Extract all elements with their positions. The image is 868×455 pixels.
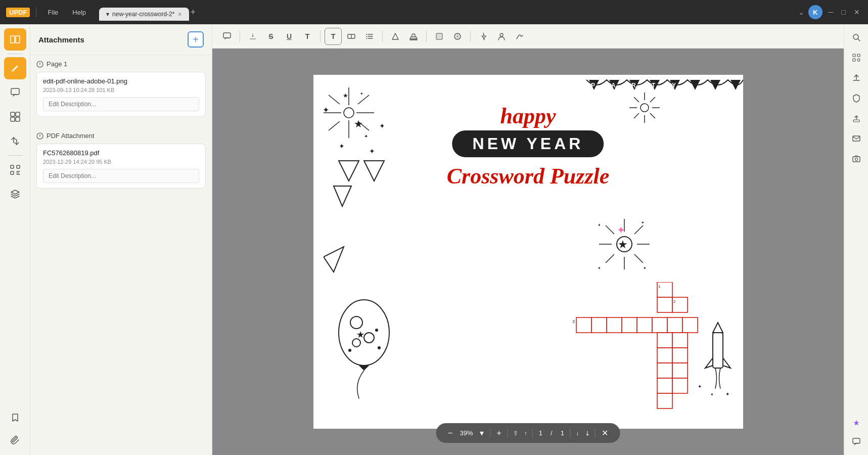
right-search-icon[interactable]	[847, 28, 865, 47]
svg-rect-118	[857, 54, 860, 57]
svg-text:✦: ✦	[598, 266, 601, 270]
shape-tool-btn[interactable]	[387, 28, 404, 45]
color-fill-btn[interactable]	[431, 28, 448, 45]
textbox-tool-btn[interactable]	[343, 28, 360, 45]
app-logo: UPDF	[6, 8, 30, 17]
balloon-decoration: ★	[329, 292, 399, 403]
right-snapshot-icon[interactable]	[847, 150, 865, 168]
list-tool-btn[interactable]	[361, 28, 378, 45]
stamp-tool-btn[interactable]	[405, 28, 422, 45]
svg-rect-93	[713, 333, 723, 368]
right-protect-icon[interactable]	[847, 89, 865, 107]
svg-rect-84	[657, 333, 672, 348]
active-tab[interactable]: ▾ new-year-crossword-2* ✕	[99, 8, 189, 21]
nav-bottom-btn[interactable]: ⤓	[582, 428, 593, 439]
zoom-close-btn[interactable]: ✕	[598, 426, 612, 440]
user-tool-btn[interactable]	[493, 28, 510, 45]
attachment-card-1: FC5762680819.pdf 2023-12-29 14:24:20 95 …	[36, 144, 206, 189]
zoom-sep-4	[570, 429, 571, 438]
svg-point-21	[500, 33, 503, 36]
menu-file[interactable]: File	[42, 7, 63, 18]
right-export-icon[interactable]	[847, 69, 865, 87]
firework-center-right: ★ ✦ ✦ ✦ ✦	[597, 216, 652, 277]
sidebar-item-bookmarks[interactable]	[4, 406, 26, 429]
tabs-area: ▾ new-year-crossword-2* ✕ +	[99, 6, 794, 19]
attachment-desc-0[interactable]	[43, 97, 199, 111]
attachment-filename-1: FC5762680819.pdf	[43, 149, 199, 157]
underline-tool-btn[interactable]: U	[281, 28, 298, 45]
sign-tool-btn[interactable]	[511, 28, 528, 45]
sidebar-item-ocr[interactable]	[4, 159, 26, 181]
zoom-out-btn[interactable]: −	[444, 427, 456, 440]
right-chat-icon[interactable]	[847, 433, 865, 451]
strikethrough-tool-btn[interactable]: S	[262, 28, 280, 45]
tab-close-btn[interactable]: ✕	[177, 11, 182, 18]
attachment-card-0: edit-pdf-online-adobe-01.png 2023-09-13 …	[36, 72, 206, 117]
main-area: Attachments + Page 1 edit-pdf-online-ado…	[0, 24, 868, 455]
tab-arrow: ▾	[106, 11, 109, 18]
text-tool-btn[interactable]: T	[299, 28, 316, 45]
sidebar-item-attachments[interactable]	[4, 429, 26, 451]
user-avatar[interactable]: K	[808, 5, 823, 19]
right-email-icon[interactable]	[847, 129, 865, 148]
sidebar-item-read[interactable]	[4, 28, 26, 51]
new-year-text: NEW YEAR	[473, 134, 584, 153]
svg-text:✦: ✦	[643, 266, 647, 270]
svg-text:✦: ✦	[339, 142, 345, 150]
sidebar-item-organize[interactable]	[4, 106, 26, 128]
sidebar-item-layers[interactable]	[4, 183, 26, 205]
svg-rect-87	[672, 348, 688, 363]
right-share-icon[interactable]	[847, 109, 865, 127]
section-label-page1: Page 1	[36, 60, 206, 68]
zoom-in-btn[interactable]: +	[492, 427, 505, 440]
pin-tool-btn[interactable]	[475, 28, 492, 45]
minimize-btn[interactable]: ─	[827, 6, 836, 18]
comment-tool-btn[interactable]	[218, 28, 236, 45]
svg-text:✦: ✦	[698, 384, 702, 389]
firework-tl-decoration: ✦ ★ ✦ ✦	[318, 85, 379, 146]
menu-help[interactable]: Help	[67, 7, 91, 18]
star-tl: ★	[354, 115, 369, 130]
new-tab-button[interactable]: +	[190, 7, 196, 18]
page-total: 1	[557, 429, 568, 437]
sidebar-item-edit[interactable]	[4, 57, 26, 79]
fit-height-btn[interactable]: ⇧	[510, 428, 521, 439]
close-btn[interactable]: ✕	[852, 6, 862, 18]
add-attachment-button[interactable]: +	[188, 31, 204, 48]
page-slash: /	[546, 429, 557, 437]
nav-down-btn[interactable]: ↓	[573, 428, 582, 439]
rocket-decoration: ✦ ✦ ✦	[698, 317, 738, 398]
pin-icon	[36, 61, 43, 68]
right-ocr-icon[interactable]	[847, 49, 865, 67]
toolbar-group-insert: T	[325, 28, 378, 45]
section-label-pdf: PDF Attachment	[36, 132, 206, 140]
sidebar-item-convert[interactable]	[4, 130, 26, 152]
attachment-section-page1: Page 1 edit-pdf-online-adobe-01.png 2023…	[30, 55, 212, 127]
color-picker-btn[interactable]	[449, 28, 466, 45]
dropdown-icon[interactable]: ⌄	[798, 8, 804, 16]
svg-line-105	[634, 225, 643, 234]
right-ai-icon[interactable]	[847, 415, 865, 433]
svg-line-103	[606, 225, 614, 234]
zoom-dropdown-btn[interactable]: ▾	[476, 426, 488, 440]
svg-text:1: 1	[658, 284, 661, 289]
pdf-viewer[interactable]: P A R T Y	[212, 49, 844, 455]
sep-5	[470, 30, 471, 42]
svg-rect-3	[11, 112, 15, 116]
triangle-flags	[324, 156, 425, 282]
sep-1	[240, 30, 240, 42]
highlight-tool-btn[interactable]	[244, 28, 261, 45]
toolbar: S U T T	[212, 24, 844, 49]
svg-rect-7	[11, 165, 14, 168]
sidebar-item-comment[interactable]	[4, 81, 26, 104]
toolbar-group-text: S U T	[244, 28, 316, 45]
svg-rect-6	[16, 117, 20, 121]
maximize-btn[interactable]: □	[840, 6, 848, 18]
attachment-desc-1[interactable]	[43, 169, 199, 183]
text2-tool-btn[interactable]: T	[325, 28, 342, 45]
zoom-sep-5	[595, 429, 596, 438]
sep-3	[382, 30, 383, 42]
fit-width-btn[interactable]: ↑	[521, 428, 530, 439]
svg-point-68	[348, 349, 351, 352]
right-sidebar-bottom	[847, 415, 865, 451]
